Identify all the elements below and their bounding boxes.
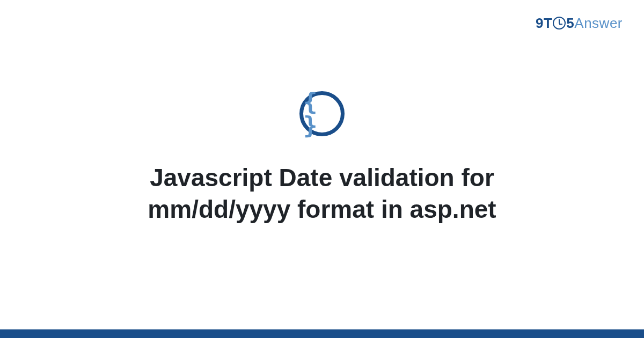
main-content: { } Javascript Date validation for mm/dd… xyxy=(0,0,644,338)
question-title: Javascript Date validation for mm/dd/yyy… xyxy=(64,162,580,225)
code-braces-glyph: { } xyxy=(303,90,341,137)
footer-accent-bar xyxy=(0,329,644,338)
code-braces-icon: { } xyxy=(299,91,345,136)
